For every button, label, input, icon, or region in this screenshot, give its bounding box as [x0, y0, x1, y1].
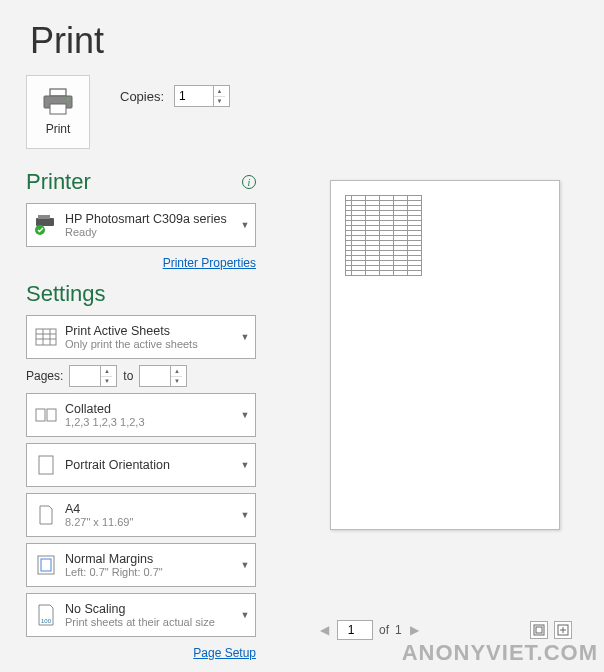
- preview-nav-bar: ◀ of 1 ▶: [310, 620, 580, 640]
- of-label: of: [379, 623, 389, 637]
- collate-subtitle: 1,2,3 1,2,3 1,2,3: [65, 416, 235, 428]
- copies-up[interactable]: ▲: [214, 86, 225, 97]
- margins-subtitle: Left: 0.7" Right: 0.7": [65, 566, 235, 578]
- pages-to-up[interactable]: ▲: [171, 366, 182, 377]
- margins-title: Normal Margins: [65, 552, 235, 566]
- margins-dropdown[interactable]: Normal Margins Left: 0.7" Right: 0.7" ▼: [26, 543, 256, 587]
- paper-size-dropdown[interactable]: A4 8.27" x 11.69" ▼: [26, 493, 256, 537]
- pages-to-field[interactable]: [140, 369, 170, 383]
- paper-icon: [38, 505, 54, 525]
- print-area-dropdown[interactable]: Print Active Sheets Only print the activ…: [26, 315, 256, 359]
- copies-down[interactable]: ▼: [214, 97, 225, 107]
- pages-label: Pages:: [26, 369, 63, 383]
- printer-status: Ready: [65, 226, 235, 238]
- chevron-down-icon: ▼: [235, 510, 255, 520]
- watermark: ANONYVIET.COM: [402, 640, 598, 666]
- sheets-icon: [35, 328, 57, 346]
- total-pages: 1: [395, 623, 402, 637]
- margins-toggle-icon: [533, 624, 545, 636]
- collate-dropdown[interactable]: Collated 1,2,3 1,2,3 1,2,3 ▼: [26, 393, 256, 437]
- printer-dropdown[interactable]: HP Photosmart C309a series Ready ▼: [26, 203, 256, 247]
- pages-row: Pages: ▲ ▼ to ▲ ▼: [26, 365, 256, 387]
- portrait-icon: [38, 455, 54, 475]
- page-setup-link[interactable]: Page Setup: [193, 646, 256, 660]
- pages-from-input[interactable]: ▲ ▼: [69, 365, 117, 387]
- zoom-button[interactable]: [554, 621, 572, 639]
- pages-from-field[interactable]: [70, 369, 100, 383]
- print-area-subtitle: Only print the active sheets: [65, 338, 235, 350]
- preview-page: [330, 180, 560, 530]
- svg-rect-2: [50, 104, 66, 114]
- svg-rect-4: [36, 218, 54, 226]
- svg-point-3: [67, 98, 69, 100]
- printer-name: HP Photosmart C309a series: [65, 212, 235, 226]
- svg-rect-19: [536, 627, 542, 633]
- paper-subtitle: 8.27" x 11.69": [65, 516, 235, 528]
- preview-panel: ◀ of 1 ▶: [310, 180, 580, 640]
- settings-section-header: Settings: [26, 281, 256, 307]
- chevron-down-icon: ▼: [235, 332, 255, 342]
- print-button-label: Print: [46, 122, 71, 136]
- print-settings-panel: Print Copies: ▲ ▼ Printer i: [26, 75, 256, 671]
- page-title: Print: [0, 0, 604, 72]
- chevron-down-icon: ▼: [235, 610, 255, 620]
- svg-rect-14: [39, 456, 53, 474]
- prev-page-button[interactable]: ◀: [318, 623, 331, 637]
- print-area-title: Print Active Sheets: [65, 324, 235, 338]
- chevron-down-icon: ▼: [235, 560, 255, 570]
- pages-from-up[interactable]: ▲: [101, 366, 112, 377]
- copies-row: Copies: ▲ ▼: [120, 85, 230, 107]
- printer-properties-link[interactable]: Printer Properties: [163, 256, 256, 270]
- svg-rect-12: [36, 409, 45, 421]
- chevron-down-icon: ▼: [235, 410, 255, 420]
- page-number-input[interactable]: [337, 620, 373, 640]
- svg-point-6: [35, 225, 45, 235]
- copies-field[interactable]: [175, 89, 213, 103]
- preview-table: [345, 195, 422, 276]
- collate-icon: [35, 407, 57, 423]
- orientation-title: Portrait Orientation: [65, 458, 235, 472]
- svg-rect-16: [41, 559, 51, 571]
- chevron-down-icon: ▼: [235, 220, 255, 230]
- scaling-dropdown[interactable]: 100 No Scaling Print sheets at their act…: [26, 593, 256, 637]
- collate-title: Collated: [65, 402, 235, 416]
- next-page-button[interactable]: ▶: [408, 623, 421, 637]
- scaling-icon: 100: [37, 604, 55, 626]
- pages-to-label: to: [123, 369, 133, 383]
- chevron-down-icon: ▼: [235, 460, 255, 470]
- pages-to-input[interactable]: ▲ ▼: [139, 365, 187, 387]
- page-number-field[interactable]: [338, 623, 364, 637]
- printer-section-header: Printer i: [26, 169, 256, 195]
- copies-input[interactable]: ▲ ▼: [174, 85, 230, 107]
- svg-rect-13: [47, 409, 56, 421]
- copies-label: Copies:: [120, 89, 164, 104]
- pages-from-down[interactable]: ▼: [101, 377, 112, 387]
- zoom-icon: [557, 624, 569, 636]
- svg-rect-5: [38, 215, 50, 219]
- scaling-subtitle: Print sheets at their actual size: [65, 616, 235, 628]
- paper-title: A4: [65, 502, 235, 516]
- margins-icon: [37, 555, 55, 575]
- svg-rect-0: [50, 89, 66, 96]
- svg-rect-7: [36, 329, 56, 345]
- print-button[interactable]: Print: [26, 75, 90, 149]
- svg-text:100: 100: [41, 618, 52, 624]
- printer-device-icon: [34, 215, 58, 235]
- printer-icon: [42, 88, 74, 116]
- info-icon[interactable]: i: [242, 175, 256, 189]
- orientation-dropdown[interactable]: Portrait Orientation ▼: [26, 443, 256, 487]
- scaling-title: No Scaling: [65, 602, 235, 616]
- show-margins-button[interactable]: [530, 621, 548, 639]
- pages-to-down[interactable]: ▼: [171, 377, 182, 387]
